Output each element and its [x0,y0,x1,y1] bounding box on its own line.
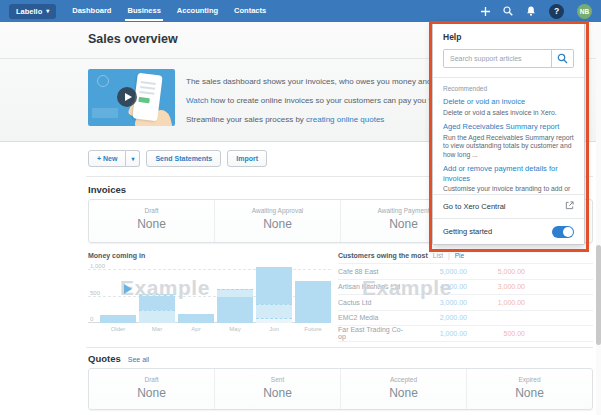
avatar[interactable]: NB [577,4,592,19]
search-icon[interactable] [503,6,513,16]
quotes-heading: Quotes [88,353,121,364]
send-statements-button[interactable]: Send Statements [146,150,221,167]
bar-apr [178,314,214,323]
status-value: None [341,386,466,400]
invoices-col-draft[interactable]: Draft None [89,200,214,242]
status-value: None [215,386,340,400]
org-name: Labello [16,7,42,16]
go-to-xero-central-link[interactable]: Go to Xero Central [433,194,584,218]
org-menu-button[interactable]: Labello ▾ [9,4,56,19]
customers-header: Customers owing the most List | Pie [338,252,593,259]
article-link-aged-receivables[interactable]: Aged Receivables Summary report [443,122,574,132]
status-label: Accepted [341,376,466,383]
view-list-option[interactable]: List [433,252,443,259]
amount-open: 1,000.00 [409,330,467,337]
getting-started-toggle[interactable] [552,226,574,238]
bar-segment [217,289,253,297]
x-tick: Mar [139,326,175,332]
money-coming-in-chart: Money coming in 1,000 500 0 OlderMarAprM… [88,252,331,344]
invoices-heading: Invoices [88,184,126,195]
article-desc: Customise your invoice branding to add o… [443,185,574,194]
new-caret-button[interactable]: ▾ [126,150,140,167]
article-link-payment-details[interactable]: Add or remove payment details for invoic… [443,164,574,183]
video-deco-desk [92,108,118,118]
amount-open: 2,000.00 [409,314,467,321]
amount-overdue: 1,000.00 [467,299,525,306]
top-navbar: Labello ▾ Dashboard Business Accounting … [0,0,601,22]
creating-online-quotes-link[interactable]: creating online quotes [306,115,384,124]
bar-segment [256,318,292,323]
article-desc: Run the Aged Receivables Summary report … [443,134,574,160]
scrollbar-track [596,22,601,415]
quotes-col-sent[interactable]: Sent None [214,369,340,409]
chevron-down-icon: ▾ [46,8,49,14]
new-button[interactable]: + New [88,150,126,167]
amount-overdue: 3,000.00 [467,283,525,290]
nav-item-dashboard[interactable]: Dashboard [72,0,111,22]
toggle-knob [563,227,573,237]
scrollbar-thumb[interactable] [596,245,601,345]
help-search-input[interactable] [444,50,551,67]
view-pie-option[interactable]: Pie [455,252,464,259]
watch-link[interactable]: Watch [186,96,208,105]
status-value: None [89,386,214,400]
article-link-delete-void[interactable]: Delete or void an invoice [443,97,574,107]
help-panel-title: Help [443,32,574,42]
invoices-col-awaiting-approval[interactable]: Awaiting Approval None [214,200,340,242]
bell-icon[interactable] [526,6,536,16]
x-tick: Older [100,326,136,332]
import-button[interactable]: Import [227,150,267,167]
customer-row: Far East Trading Co-op1,000.00500.00 [338,326,593,342]
nav-item-business[interactable]: Business [127,0,160,22]
see-all-link[interactable]: See all [128,356,149,363]
chart-title: Money coming in [88,252,331,259]
getting-started-row: Getting started [433,218,584,244]
customer-name: Far East Trading Co-op [338,326,409,340]
customer-name: EMC2 Media [338,314,409,321]
customers-table: Cafe 88 East5,000.005,000.00Artisan Kitc… [338,263,593,342]
status-value: None [467,386,592,400]
quotes-col-accepted[interactable]: Accepted None [340,369,466,409]
y-tick-500: 500 [90,290,100,296]
chart-plot: 1,000 500 0 [88,265,331,323]
phone-chip [138,97,150,103]
status-label: Awaiting Approval [215,207,340,214]
intro-line-3-pre: Streamline your sales process by [186,115,306,124]
video-thumbnail[interactable] [88,69,175,126]
divider [433,77,584,78]
help-icon[interactable]: ? [549,4,564,19]
nav-item-contacts[interactable]: Contacts [234,0,266,22]
status-value: None [215,217,340,231]
x-tick: May [217,326,253,332]
status-value: None [89,217,214,231]
customers-owing-panel: Customers owing the most List | Pie Cafe… [338,252,593,342]
bar-segment [256,304,292,317]
phone-line [140,86,155,90]
status-label: Draft [89,207,214,214]
plus-icon[interactable] [481,7,490,16]
article-desc: Delete or void a sales invoice in Xero. [443,109,574,118]
customer-name: Artisan Kitchens Ltd [338,283,409,290]
main-nav: Dashboard Business Accounting Contacts [72,0,266,22]
play-button[interactable] [117,87,137,107]
page-title: Sales overview [88,32,178,46]
help-search-button[interactable] [551,50,573,67]
customers-title: Customers owing the most [338,252,428,259]
status-label: Expired [467,376,592,383]
customer-name: Cactus Ltd [338,299,409,306]
x-tick: Jun [256,326,292,332]
recommended-label: Recommended [443,85,574,92]
nav-item-accounting[interactable]: Accounting [177,0,218,22]
bar-segment [139,310,175,323]
help-article: Delete or void an invoice Delete or void… [443,97,574,117]
amount-overdue: 500.00 [467,330,525,337]
xero-central-label: Go to Xero Central [443,202,506,211]
amount-open: 5,000.00 [409,268,467,275]
new-split-button: + New ▾ [88,150,140,167]
quotes-col-draft[interactable]: Draft None [89,369,214,409]
help-article: Add or remove payment details for invoic… [443,164,574,194]
status-label: Draft [89,376,214,383]
customer-row: EMC2 Media2,000.00 [338,311,593,327]
bar-segment [295,281,331,323]
quotes-col-expired[interactable]: Expired None [466,369,592,409]
